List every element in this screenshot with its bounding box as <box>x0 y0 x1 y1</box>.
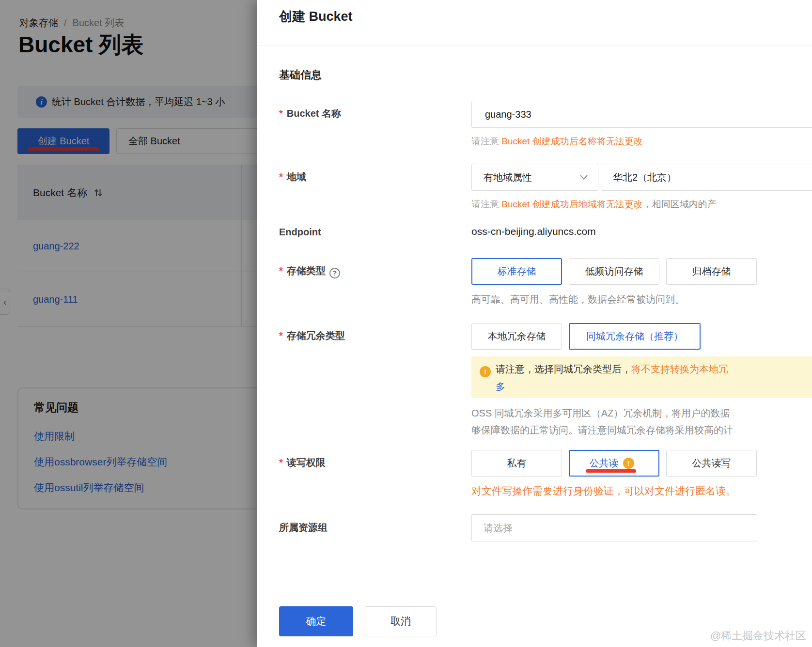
storage-option-archive[interactable]: 归档存储 <box>666 258 757 285</box>
required-marker: * <box>279 108 283 119</box>
basic-info-section-title: 基础信息 <box>279 68 322 82</box>
redundancy-description-line2: 够保障数据的正常访问。请注意同城冗余存储将采用较高的计 <box>471 422 733 439</box>
required-marker: * <box>279 330 283 341</box>
note-highlight: Bucket 创建成功后名称将无法更改 <box>501 136 642 146</box>
endpoint-label: Endpoint <box>279 227 321 238</box>
note-suffix: ，相同区域内的产 <box>643 199 717 209</box>
acl-option-private[interactable]: 私有 <box>471 450 562 477</box>
storage-class-description: 高可靠、高可用、高性能，数据会经常被访问到。 <box>471 293 685 306</box>
note-prefix: 请注意 <box>471 199 501 209</box>
help-icon[interactable]: ? <box>329 268 340 278</box>
redundancy-label: *存储冗余类型 <box>279 329 345 342</box>
acl-option-label: 公共读写 <box>692 457 731 470</box>
drawer-header-divider <box>257 46 812 46</box>
storage-class-label: *存储类型? <box>279 264 340 278</box>
required-marker: * <box>279 265 283 276</box>
region-type-value: 有地域属性 <box>484 171 532 184</box>
acl-label-text: 读写权限 <box>287 457 326 468</box>
storage-option-label: 归档存储 <box>692 265 731 278</box>
note-highlight: Bucket 创建成功后地域将无法更改 <box>501 199 642 209</box>
cancel-button[interactable]: 取消 <box>365 606 437 636</box>
watermark: @稀土掘金技术社区 <box>710 629 806 643</box>
redundancy-warning-box: !请注意，选择同城冗余类型后，将不支持转换为本地冗 多 <box>471 356 812 398</box>
bucket-name-label: *Bucket 名称 <box>279 107 341 120</box>
region-select[interactable]: 华北2（北京） <box>601 164 812 191</box>
redundancy-option-label: 同城冗余存储（推荐） <box>586 330 683 343</box>
resource-group-placeholder: 请选择 <box>484 522 513 535</box>
drawer-footer-divider <box>257 592 812 592</box>
redundancy-option-label: 本地冗余存储 <box>488 330 546 343</box>
resource-group-label: 所属资源组 <box>279 521 328 534</box>
storage-option-standard[interactable]: 标准存储 <box>471 258 562 285</box>
storage-option-label: 低频访问存储 <box>585 265 643 278</box>
resource-group-select[interactable]: 请选择 <box>471 514 757 541</box>
redundancy-label-text: 存储冗余类型 <box>287 330 345 341</box>
bucket-name-label-text: Bucket 名称 <box>287 108 341 119</box>
acl-option-public-read-write[interactable]: 公共读写 <box>666 450 757 477</box>
acl-note: 对文件写操作需要进行身份验证，可以对文件进行匿名读。 <box>471 484 736 498</box>
acl-option-public-read[interactable]: 公共读 ! <box>569 450 659 477</box>
warning-icon: ! <box>623 458 634 469</box>
region-note: 请注意 Bucket 创建成功后地域将无法更改，相同区域内的产 <box>471 198 717 211</box>
redundancy-option-zrs[interactable]: 同城冗余存储（推荐） <box>569 323 701 350</box>
storage-class-label-text: 存储类型 <box>287 265 326 276</box>
confirm-button[interactable]: 确定 <box>279 606 353 636</box>
storage-option-label: 标准存储 <box>498 265 536 278</box>
acl-option-label: 私有 <box>507 457 527 470</box>
required-marker: * <box>279 171 283 182</box>
drawer-mask[interactable] <box>0 0 257 647</box>
endpoint-value: oss-cn-beijing.aliyuncs.com <box>471 226 596 237</box>
redundancy-description-line1: OSS 同城冗余采用多可用区（AZ）冗余机制，将用户的数据 <box>471 405 733 422</box>
bucket-name-input[interactable] <box>471 101 812 128</box>
required-marker: * <box>279 457 283 468</box>
create-bucket-drawer: 创建 Bucket 基础信息 *Bucket 名称 请注意 Bucket 创建成… <box>257 0 812 647</box>
warning-highlight: 将不支持转换为本地冗 <box>631 364 728 374</box>
acl-label: *读写权限 <box>279 456 326 469</box>
region-label-text: 地域 <box>287 171 306 182</box>
region-label: *地域 <box>279 170 306 184</box>
note-prefix: 请注意 <box>471 136 501 146</box>
annotation-underline <box>586 469 636 473</box>
drawer-title: 创建 Bucket <box>279 8 353 25</box>
storage-option-infrequent-access[interactable]: 低频访问存储 <box>569 258 659 285</box>
warning-text: 请注意，选择同城冗余类型后， <box>496 364 631 374</box>
warning-more-link[interactable]: 多 <box>496 380 812 393</box>
redundancy-description: OSS 同城冗余采用多可用区（AZ）冗余机制，将用户的数据 够保障数据的正常访问… <box>471 405 733 439</box>
bucket-name-note: 请注意 Bucket 创建成功后名称将无法更改 <box>471 135 643 148</box>
warning-icon: ! <box>480 366 491 377</box>
chevron-down-icon <box>579 174 588 180</box>
redundancy-option-lrs[interactable]: 本地冗余存储 <box>471 323 562 350</box>
region-value: 华北2（北京） <box>613 171 676 184</box>
region-type-select[interactable]: 有地域属性 <box>471 164 598 191</box>
screen: 对象存储/Bucket 列表 Bucket 列表 i 统计 Bucket 合计数… <box>0 0 812 647</box>
acl-option-label: 公共读 <box>590 457 619 470</box>
